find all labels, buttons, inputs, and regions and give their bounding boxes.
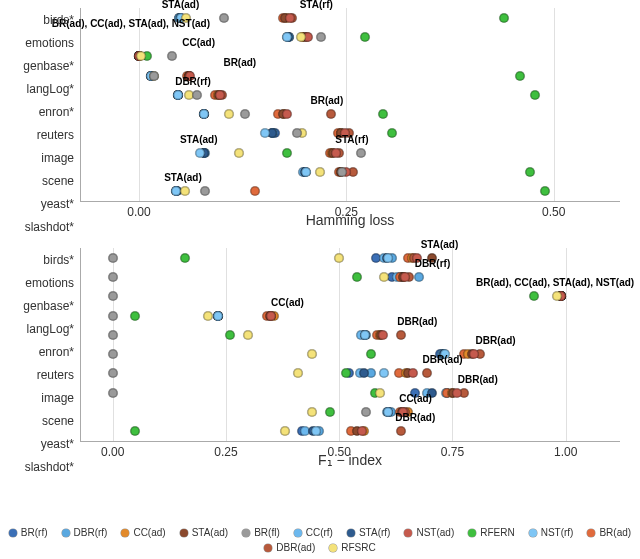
data-point [317,32,326,41]
data-point [234,148,243,157]
legend-item: NST(ad) [404,527,454,538]
y-tick-label: langLog* [0,82,74,96]
data-point [108,388,117,397]
data-point [224,110,233,119]
data-point [378,110,387,119]
data-point [296,32,305,41]
data-point [387,129,396,138]
legend-item: BR(rf) [9,527,48,538]
data-point [397,330,406,339]
y-tick-label: yeast* [0,197,74,211]
data-point [380,369,389,378]
legend-item: RFSRC [329,542,375,553]
data-point [401,272,410,281]
data-point [168,52,177,61]
data-point [216,90,225,99]
data-point [380,272,389,281]
data-point [108,311,117,320]
legend-item: CC(rf) [294,527,333,538]
data-point [243,330,252,339]
data-point [361,32,370,41]
legend-label: STA(ad) [192,527,229,538]
legend-swatch [587,529,595,537]
legend-item: STA(ad) [180,527,229,538]
annotation-label: STA(ad) [164,172,202,183]
data-point [499,13,508,22]
data-point [311,427,320,436]
data-point [357,148,366,157]
data-point [193,90,202,99]
data-point [294,369,303,378]
y-tick-label: birds* [0,253,74,267]
annotation-label: CC(ad) [182,37,215,48]
data-point [326,110,335,119]
data-point [251,187,260,196]
legend-label: RFSRC [341,542,375,553]
data-point [408,369,417,378]
legend-label: NST(ad) [416,527,454,538]
data-point [219,13,228,22]
data-point [308,350,317,359]
annotation-label: BR(ad), CC(ad), STA(ad), NST(ad) [476,277,634,288]
annotation-label: DBR(rf) [175,76,211,87]
hamming-loss-panel: 0.000.250.50STA(ad)STA(rf)BR(ad), CC(ad)… [0,0,640,230]
annotation-label: BR(ad) [311,95,344,106]
y-tick-label: slashdot* [0,460,74,474]
data-point [531,90,540,99]
grid-line [554,8,555,201]
y-tick-label: emotions [0,36,74,50]
data-point [357,427,366,436]
data-point [422,369,431,378]
data-point [108,330,117,339]
data-point [199,110,208,119]
legend-swatch [347,529,355,537]
grid-line [226,248,227,441]
legend-label: CC(rf) [306,527,333,538]
annotation-label: STA(ad) [180,134,218,145]
legend-item: CC(ad) [121,527,165,538]
y-tick-label: image [0,391,74,405]
data-point [516,71,525,80]
data-point [131,427,140,436]
data-point [384,253,393,262]
data-point [131,311,140,320]
annotation-label: BR(ad) [223,57,256,68]
data-point [541,187,550,196]
data-point [108,292,117,301]
y-tick-label: genbase* [0,59,74,73]
legend-swatch [329,544,337,552]
legend-label: BR(rf) [21,527,48,538]
data-point [360,369,369,378]
data-point [353,272,362,281]
data-point [201,187,210,196]
legend-label: CC(ad) [133,527,165,538]
data-point [308,408,317,417]
data-point [335,253,344,262]
legend-swatch [9,529,17,537]
legend-item: NST(rf) [529,527,574,538]
annotation-label: DBR(ad) [423,354,463,365]
data-point [452,388,461,397]
data-point [366,350,375,359]
legend-swatch [468,529,476,537]
data-point [341,369,350,378]
annotation-label: STA(ad) [421,239,459,250]
legend-item: BR(ad) [587,527,631,538]
y-tick-label: enron* [0,105,74,119]
plot-area-top: 0.000.250.50STA(ad)STA(rf)BR(ad), CC(ad)… [80,8,620,202]
y-tick-label: scene [0,174,74,188]
y-tick-label: reuters [0,128,74,142]
grid-line [139,8,140,201]
grid-line [452,248,453,441]
legend-swatch [180,529,188,537]
legend-label: DBR(ad) [276,542,315,553]
y-tick-label: yeast* [0,437,74,451]
annotation-label: CC(ad) [271,297,304,308]
data-point [261,129,270,138]
data-point [108,253,117,262]
y-tick-label: reuters [0,368,74,382]
data-point [108,272,117,281]
data-point [552,292,561,301]
data-point [280,427,289,436]
data-point [292,129,301,138]
